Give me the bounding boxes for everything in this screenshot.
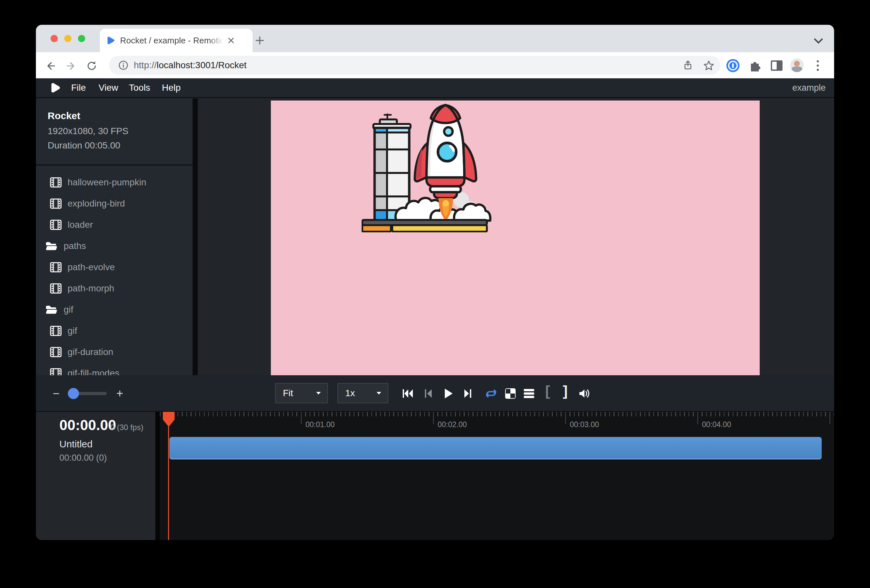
url-bar[interactable]: http://localhost:3001/Rocket — [109, 56, 721, 75]
bookmark-star-icon[interactable] — [702, 58, 716, 73]
film-icon — [50, 326, 62, 336]
chevron-down-icon — [376, 391, 382, 395]
speed-select-value: 1x — [345, 388, 355, 398]
sidebar-item-loader[interactable]: loader — [50, 214, 93, 235]
tab-search-chevron-icon[interactable] — [812, 37, 825, 46]
ruler-label: 00:01.00 — [305, 420, 335, 429]
project-name-label: example — [793, 78, 825, 97]
film-icon — [50, 198, 62, 209]
sidebar-item-label: gif-duration — [67, 347, 113, 357]
forward-icon[interactable] — [64, 59, 78, 73]
browser-tab[interactable]: Rocket / example - Remotion Preview — [100, 29, 253, 52]
film-icon — [50, 347, 62, 357]
transparency-checkerboard-icon[interactable] — [505, 388, 516, 399]
sidebar-folder-paths[interactable]: paths — [45, 235, 86, 256]
speed-select[interactable]: 1x — [337, 383, 388, 403]
playhead-line — [168, 412, 169, 540]
avatar[interactable] — [790, 58, 804, 72]
out-marker-icon[interactable]: ] — [559, 385, 571, 397]
avatar-head — [794, 61, 800, 67]
remotion-logo-icon[interactable] — [50, 78, 61, 97]
composition-name: Rocket — [48, 110, 80, 121]
minimize-window-button[interactable] — [64, 35, 72, 42]
sidebar-item-label: gif — [67, 326, 77, 336]
sidebar-item-label: gif-fill-modes — [67, 368, 119, 375]
ruler-tick — [433, 412, 434, 424]
film-icon — [50, 262, 62, 272]
reload-icon[interactable] — [85, 59, 99, 73]
film-icon — [50, 177, 62, 188]
ruler-label: 00:02.00 — [438, 420, 467, 429]
avatar-body — [791, 67, 803, 72]
volume-icon[interactable] — [578, 388, 590, 399]
ruler-label: 00:03.00 — [570, 420, 599, 429]
browser-menu-icon[interactable] — [810, 58, 825, 73]
player-controls-bar: − + Fit 1x [ — [36, 375, 834, 412]
menu-view[interactable]: View — [98, 78, 118, 97]
sidebar-item-label: exploding-bird — [67, 198, 125, 209]
composition-duration: Duration 00:05.00 — [48, 140, 121, 151]
next-frame-icon[interactable] — [462, 388, 474, 399]
zoom-out-icon[interactable]: − — [50, 388, 62, 399]
timeline: 00:00.00 0 (30 fps) Untitled 00:00.00 (0… — [36, 412, 834, 540]
share-icon[interactable] — [681, 58, 695, 73]
preview-canvas — [271, 101, 760, 375]
frame-info: 0 (30 fps) — [110, 423, 143, 432]
sidebar-item-exploding-bird[interactable]: exploding-bird — [50, 193, 125, 214]
browser-window: Rocket / example - Remotion Preview http — [36, 25, 834, 540]
close-window-button[interactable] — [51, 35, 58, 42]
timeline-track-bar[interactable] — [169, 437, 822, 460]
sidebar-item-gif-fill-modes[interactable]: gif-fill-modes — [50, 363, 119, 375]
timeline-left-panel: 00:00.00 0 (30 fps) Untitled 00:00.00 (0… — [36, 412, 155, 540]
size-select[interactable]: Fit — [275, 383, 328, 403]
in-marker-icon[interactable]: [ — [542, 385, 553, 397]
loop-icon[interactable] — [485, 388, 497, 399]
ruler-tick — [301, 412, 301, 424]
timeline-ruler[interactable] — [160, 412, 834, 416]
site-info-icon[interactable] — [116, 58, 131, 73]
zoom-in-icon[interactable]: + — [114, 388, 126, 399]
new-tab-icon[interactable] — [254, 34, 266, 46]
track-name: Untitled — [60, 439, 93, 450]
menu-file[interactable]: File — [71, 78, 86, 97]
sidebar-item-label: loader — [67, 220, 93, 230]
sidebar-item-path-morph[interactable]: path-morph — [50, 278, 114, 299]
rich-timeline-icon[interactable] — [523, 388, 535, 399]
tab-title: Rocket / example - Remotion Preview — [120, 36, 223, 46]
skip-to-start-icon[interactable] — [402, 388, 414, 399]
playhead[interactable] — [163, 412, 174, 427]
compositions-sidebar: Rocket 1920x1080, 30 FPS Duration 00:05.… — [36, 98, 192, 375]
menu-help[interactable]: Help — [162, 78, 181, 97]
extensions-puzzle-icon[interactable] — [747, 58, 762, 73]
timecode: 00:00.00 — [60, 417, 116, 433]
onepassword-icon[interactable] — [725, 58, 740, 73]
sidebar-item-label: path-morph — [67, 283, 114, 294]
composition-meta: 1920x1080, 30 FPS — [48, 126, 128, 136]
back-icon[interactable] — [43, 59, 58, 73]
timeline-track-area[interactable]: 00:01.00 00:02.00 00:03.00 00:04.00 — [160, 412, 834, 540]
timeline-zoom-slider-knob[interactable] — [68, 388, 79, 399]
film-icon — [50, 220, 62, 230]
sidebar-folder-gif[interactable]: gif — [45, 299, 73, 320]
side-panel-icon[interactable] — [769, 58, 784, 73]
sidebar-item-gif-duration[interactable]: gif-duration — [50, 342, 113, 363]
fullscreen-window-button[interactable] — [78, 35, 85, 42]
play-icon[interactable] — [442, 388, 454, 399]
tab-close-icon[interactable] — [225, 34, 237, 46]
previous-frame-icon[interactable] — [422, 388, 434, 399]
sidebar-item-gif[interactable]: gif — [50, 320, 77, 341]
film-icon — [50, 283, 62, 294]
browser-toolbar: http://localhost:3001/Rocket — [36, 52, 834, 78]
sidebar-item-path-evolve[interactable]: path-evolve — [50, 257, 115, 278]
folder-open-icon — [45, 304, 58, 315]
remotion-menu-bar: File View Tools Help example — [36, 78, 834, 98]
menu-tools[interactable]: Tools — [129, 78, 150, 97]
sidebar-preview-divider[interactable] — [192, 98, 198, 375]
sidebar-item-halloween-pumpkin[interactable]: halloween-pumpkin — [50, 172, 146, 193]
rocket-illustration — [362, 101, 492, 232]
remotion-favicon-icon — [106, 36, 115, 45]
ruler-tick — [565, 412, 566, 424]
sidebar-item-label: halloween-pumpkin — [67, 177, 146, 188]
ruler-tick — [697, 412, 698, 424]
size-select-value: Fit — [283, 388, 293, 398]
